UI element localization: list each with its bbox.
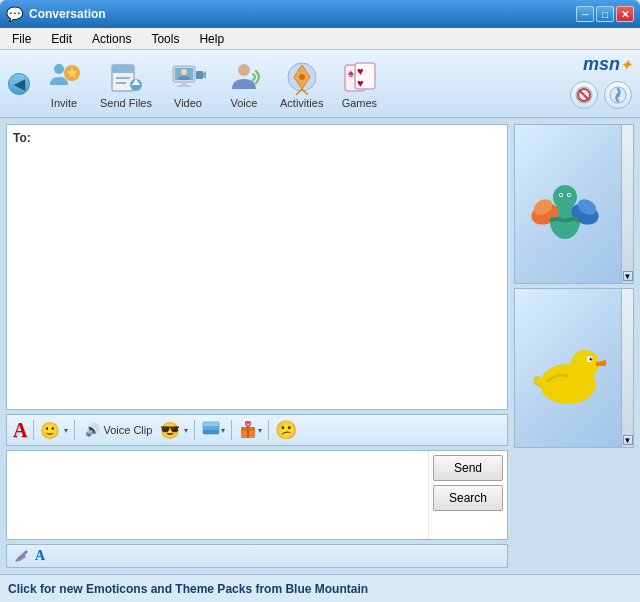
format-toolbar: A 🙂 ▾ 🔊 Voice Clip 😎 ▾ ▾ [6, 414, 508, 446]
activities-icon [284, 59, 320, 95]
title-bar-left: 💬 Conversation [6, 6, 106, 22]
svg-rect-4 [112, 65, 134, 73]
menu-actions[interactable]: Actions [84, 30, 139, 48]
handwriting-button[interactable] [11, 547, 31, 565]
toolbar-divider-3 [194, 420, 195, 440]
main-area: To: A 🙂 ▾ 🔊 Voice Clip 😎 ▾ [0, 118, 640, 574]
voice-clip-button[interactable]: 🔊 Voice Clip [81, 421, 156, 439]
svg-rect-12 [196, 71, 203, 79]
activity-dropdown[interactable]: ▾ [258, 426, 262, 435]
avatar-bottom-scrollbar[interactable]: ▼ [621, 289, 633, 447]
input-area: Send Search [6, 450, 508, 540]
maximize-button[interactable]: □ [596, 6, 614, 22]
background-picker[interactable]: ▾ [201, 420, 225, 440]
avatar-panel: ▼ [514, 124, 634, 568]
scroll-down-arrow[interactable]: ▼ [623, 271, 633, 281]
mood-button[interactable]: 😕 [275, 419, 297, 441]
activities-button[interactable]: Activities [274, 55, 329, 113]
toolbar-divider-2 [74, 420, 75, 440]
video-button[interactable]: Video [162, 55, 214, 113]
block-button[interactable] [570, 81, 598, 109]
settings-button[interactable] [604, 81, 632, 109]
bottom-toolbar: A [6, 544, 508, 568]
bg-dropdown[interactable]: ▾ [221, 426, 225, 435]
video-icon [170, 59, 206, 95]
window-title: Conversation [29, 7, 106, 21]
font-size-button[interactable]: A [13, 419, 27, 442]
svg-point-20 [299, 74, 305, 80]
voice-dropdown[interactable]: ▾ [184, 426, 188, 435]
send-files-icon [108, 59, 144, 95]
invite-icon [46, 59, 82, 95]
menu-bar: File Edit Actions Tools Help [0, 28, 640, 50]
invite-label: Invite [51, 97, 77, 109]
close-button[interactable]: ✕ [616, 6, 634, 22]
title-bar: 💬 Conversation ─ □ ✕ [0, 0, 640, 28]
svg-point-40 [553, 185, 577, 209]
svg-point-11 [181, 69, 187, 75]
svg-rect-14 [181, 82, 187, 85]
toolbar-items: Invite Send Files [38, 55, 632, 113]
svg-point-43 [560, 194, 562, 196]
svg-rect-15 [177, 85, 191, 87]
status-bar: Click for new Emoticons and Theme Packs … [0, 574, 640, 602]
games-button[interactable]: ♠ ♠ ♥ ♥ Games [333, 55, 385, 113]
svg-point-31 [616, 93, 620, 97]
status-text: Click for new Emoticons and Theme Packs … [8, 582, 368, 596]
voice-clip-label: Voice Clip [103, 424, 152, 436]
chat-area: To: A 🙂 ▾ 🔊 Voice Clip 😎 ▾ [6, 124, 508, 568]
msn-logo: msn✦ [570, 54, 632, 75]
window-icon: 💬 [6, 6, 23, 22]
svg-rect-5 [116, 77, 130, 79]
svg-rect-37 [247, 427, 249, 438]
svg-point-44 [568, 194, 570, 196]
voice-button[interactable]: Voice [218, 55, 270, 113]
avatar-top-scrollbar[interactable]: ▼ [621, 125, 633, 283]
minimize-button[interactable]: ─ [576, 6, 594, 22]
voice-icon [226, 59, 262, 95]
svg-point-16 [238, 64, 250, 76]
input-buttons: Send Search [428, 451, 507, 539]
games-icon: ♠ ♠ ♥ ♥ [341, 59, 377, 95]
svg-point-0 [54, 64, 64, 74]
svg-point-53 [590, 357, 593, 360]
font-color-button[interactable]: A [35, 548, 45, 564]
send-files-label: Send Files [100, 97, 152, 109]
send-button[interactable]: Send [433, 455, 503, 481]
voice-emoticon[interactable]: 😎 [160, 421, 180, 440]
svg-point-54 [591, 358, 592, 359]
toolbar-divider-1 [33, 420, 34, 440]
scroll-down-arrow-2[interactable]: ▼ [623, 435, 633, 445]
svg-text:♥: ♥ [357, 65, 364, 77]
back-button[interactable]: ◀ [8, 73, 30, 95]
title-bar-controls: ─ □ ✕ [576, 6, 634, 22]
activity-picker[interactable]: ▾ [238, 420, 262, 440]
contact-avatar-area [515, 289, 621, 447]
svg-text:♥: ♥ [357, 77, 364, 89]
toolbar-divider-5 [268, 420, 269, 440]
message-input[interactable] [7, 451, 428, 539]
menu-edit[interactable]: Edit [43, 30, 80, 48]
toolbar-divider-4 [231, 420, 232, 440]
chat-display: To: [6, 124, 508, 410]
menu-help[interactable]: Help [191, 30, 232, 48]
emoticon-button[interactable]: 🙂 [40, 421, 60, 440]
voice-label: Voice [231, 97, 258, 109]
to-field-label: To: [13, 131, 501, 145]
invite-button[interactable]: Invite [38, 55, 90, 113]
send-files-button[interactable]: Send Files [94, 55, 158, 113]
toolbar: ◀ Invite [0, 50, 640, 118]
search-button[interactable]: Search [433, 485, 503, 511]
emoticon-dropdown[interactable]: ▾ [64, 426, 68, 435]
svg-rect-34 [203, 430, 219, 434]
svg-text:♠: ♠ [348, 67, 354, 79]
menu-file[interactable]: File [4, 30, 39, 48]
svg-point-55 [568, 368, 588, 384]
video-label: Video [174, 97, 202, 109]
user-avatar-area [515, 125, 621, 283]
menu-tools[interactable]: Tools [143, 30, 187, 48]
svg-rect-6 [116, 82, 126, 84]
voice-icon-small: 🔊 [85, 423, 100, 437]
games-label: Games [342, 97, 377, 109]
svg-marker-13 [203, 71, 206, 79]
